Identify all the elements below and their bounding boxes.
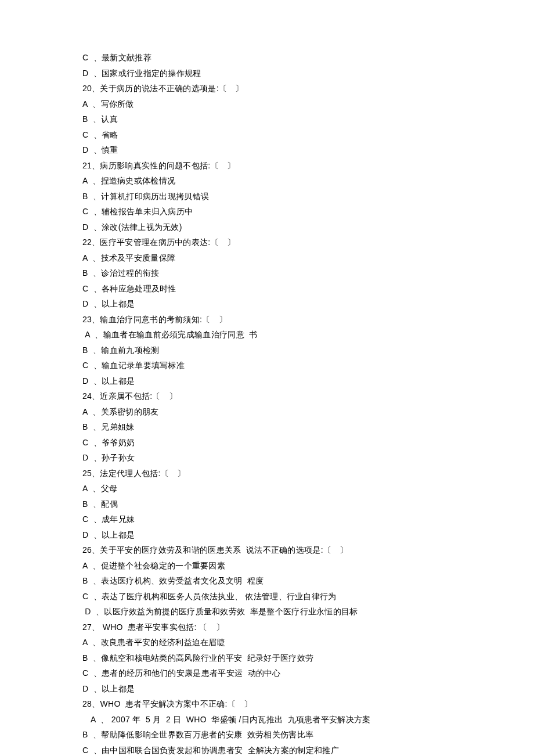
text-line: A 、输血者在输血前必须完成输血治疗同意 书 bbox=[82, 327, 452, 343]
text-line: B 、像航空和核电站类的高风险行业的平安 纪录好于医疗效劳 bbox=[82, 650, 452, 666]
text-line: B 、计算机打印病历出现拷贝错误 bbox=[82, 189, 452, 204]
text-line: D 、以上都是 bbox=[82, 527, 452, 543]
text-line: B 、兄弟姐妹 bbox=[82, 419, 452, 435]
text-line: A 、父母 bbox=[82, 481, 452, 496]
text-line: A 、改良患者平安的经济利益迫在眉睫 bbox=[82, 635, 452, 650]
text-line: C 、辅检报告单未归入病历中 bbox=[82, 204, 452, 219]
text-line: A 、 2007 年 5 月 2 日 WHO 华盛顿 /日内瓦推出 九项患者平安… bbox=[82, 712, 452, 728]
text-line: B 、表达医疗机构、效劳受益者文化及文明 程度 bbox=[82, 573, 452, 589]
text-line: B 、诊治过程的衔接 bbox=[82, 265, 452, 281]
text-line: A 、写你所做 bbox=[82, 96, 452, 112]
text-line: 21、病历影响真实性的问题不包括:〔 〕 bbox=[82, 158, 452, 174]
text-line: D 、以上都是 bbox=[82, 296, 452, 312]
text-line: A 、促进整个社会稳定的一个重要因素 bbox=[82, 558, 452, 574]
text-line: A 、技术及平安质量保障 bbox=[82, 250, 452, 266]
text-line: A 、捏造病史或体检情况 bbox=[82, 173, 452, 189]
text-line: C 、由中国和联合国负责发起和协调患者安 全解决方案的制定和推广 bbox=[82, 743, 452, 757]
text-line: C 、各种应急处理及时性 bbox=[82, 281, 452, 297]
text-line: 23、输血治疗同意书的考前须知:〔 〕 bbox=[82, 312, 452, 327]
text-line: C 、表达了医疗机构和医务人员依法执业、 依法管理、行业自律行为 bbox=[82, 589, 452, 604]
text-line: C 、爷爷奶奶 bbox=[82, 435, 452, 451]
text-line: B 、输血前九项检测 bbox=[82, 343, 452, 358]
text-line: 27、 WHO 患者平安事实包括: 〔 〕 bbox=[82, 620, 452, 635]
text-line: D 、慎重 bbox=[82, 142, 452, 158]
text-line: C 、省略 bbox=[82, 127, 452, 143]
text-line: C 、输血记录单要填写标准 bbox=[82, 358, 452, 373]
text-line: C 、患者的经历和他们的安康是患者平安运 动的中心 bbox=[82, 665, 452, 681]
text-line: 24、近亲属不包括:〔 〕 bbox=[82, 388, 452, 404]
text-line: D 、孙子孙女 bbox=[82, 450, 452, 466]
text-line: A 、关系密切的朋友 bbox=[82, 404, 452, 420]
text-line: B 、配偶 bbox=[82, 496, 452, 512]
text-line: C 、最新文献推荐 bbox=[82, 50, 452, 66]
text-line: D 、以上都是 bbox=[82, 681, 452, 697]
text-line: B 、认真 bbox=[82, 111, 452, 127]
text-line: B 、帮助降低影响全世界数百万患者的安康 效劳相关伤害比率 bbox=[82, 727, 452, 743]
document-page: C 、最新文献推荐D 、国家或行业指定的操作规程20、关于病历的说法不正确的选项… bbox=[0, 0, 534, 756]
text-line: 25、法定代理人包括:〔 〕 bbox=[82, 466, 452, 481]
text-line: C 、成年兄妹 bbox=[82, 512, 452, 527]
text-line: 26、关于平安的医疗效劳及和谐的医患关系 说法不正确的选项是:〔 〕 bbox=[82, 542, 452, 558]
text-line: D 、以医疗效益为前提的医疗质量和效劳效 率是整个医疗行业永恒的目标 bbox=[82, 604, 452, 620]
text-line: D 、以上都是 bbox=[82, 373, 452, 389]
text-line: 28、WHO 患者平安解决方案中不正确:〔 〕 bbox=[82, 696, 452, 712]
text-line: D 、涂改(法律上视为无效) bbox=[82, 219, 452, 235]
text-line: 22、医疗平安管理在病历中的表达:〔 〕 bbox=[82, 235, 452, 250]
text-line: 20、关于病历的说法不正确的选项是:〔 〕 bbox=[82, 81, 452, 96]
text-line: D 、国家或行业指定的操作规程 bbox=[82, 66, 452, 81]
